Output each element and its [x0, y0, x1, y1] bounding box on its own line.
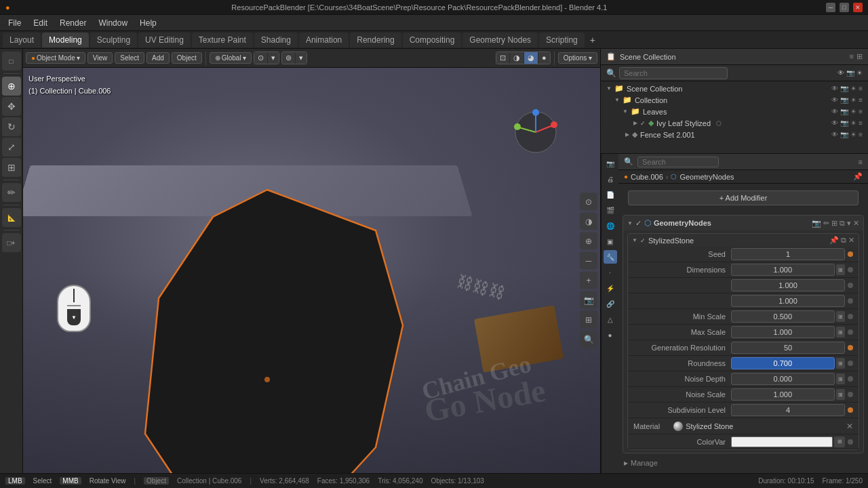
min-scale-input[interactable]	[731, 310, 835, 323]
sub-copy[interactable]: ⧉	[841, 236, 846, 245]
prop-view-layer-icon[interactable]: 📄	[604, 188, 617, 201]
object-menu[interactable]: Object	[172, 52, 202, 64]
roundness-input[interactable]	[731, 357, 835, 369]
options-button[interactable]: Options ▾	[558, 52, 597, 64]
prop-modifier-icon active[interactable]: 🔧	[604, 250, 617, 264]
geo-check-icon[interactable]: ✓	[635, 219, 642, 228]
noise-scale-input[interactable]	[731, 388, 835, 401]
view-menu[interactable]: View	[87, 52, 113, 64]
fence-sun[interactable]: ☀	[850, 131, 856, 138]
geo-camera-icon[interactable]: 📷	[812, 219, 821, 228]
sub-expand[interactable]: ▼	[632, 237, 637, 243]
col-cam[interactable]: 📷	[840, 96, 848, 104]
select-menu[interactable]: Select	[115, 52, 144, 64]
menu-help[interactable]: Help	[134, 17, 162, 29]
tab-uv-editing[interactable]: UV Editing	[138, 33, 191, 47]
outliner-item-leaves[interactable]: ▼ 📁 Leaves 👁 📷 ☀ ≡	[617, 106, 868, 117]
menu-render[interactable]: Render	[54, 17, 92, 29]
fence-filter[interactable]: ≡	[859, 131, 863, 138]
outliner-item-scene-collection[interactable]: ▼ 📁 Scene Collection 👁 📷 ☀ ≡	[601, 83, 868, 94]
max-scale-input[interactable]	[731, 326, 835, 338]
tool-measure[interactable]: 📐	[2, 208, 21, 227]
dim-y-input[interactable]	[731, 279, 845, 291]
geo-expand-triangle[interactable]: ▼	[627, 220, 633, 226]
toggle-overlays[interactable]: ⊙	[580, 193, 597, 211]
subdiv-input[interactable]	[731, 404, 845, 416]
dimensions-input[interactable]	[731, 264, 835, 276]
snap-dropdown[interactable]: ▾	[268, 52, 279, 64]
leaves-cam[interactable]: 📷	[840, 108, 848, 115]
sun-icon[interactable]: ☀	[856, 69, 863, 77]
menu-edit[interactable]: Edit	[28, 17, 53, 29]
ivy-sun[interactable]: ☀	[850, 119, 856, 127]
tab-rendering[interactable]: Rendering	[350, 33, 401, 47]
geo-grid-icon[interactable]: ⊞	[831, 219, 837, 228]
noise-scale-expand[interactable]: ⊞	[836, 389, 845, 400]
breadcrumb-geonodes[interactable]: GeometryNodes	[679, 173, 734, 181]
tab-modeling[interactable]: Modeling	[42, 33, 89, 47]
material-shading[interactable]: ◕	[524, 52, 538, 64]
outliner-search-input[interactable]	[619, 67, 728, 79]
tab-shading[interactable]: Shading	[254, 33, 298, 47]
prop-obj-icon[interactable]: ▣	[604, 235, 617, 248]
rendered-shading[interactable]: ●	[538, 52, 550, 64]
toggle-gizmos[interactable]: ⊕	[580, 232, 597, 250]
ivy-cam[interactable]: 📷	[840, 119, 848, 127]
zoom-in[interactable]: +	[580, 272, 597, 289]
prop-world-icon[interactable]: 🌐	[604, 219, 617, 232]
sc-filter[interactable]: ≡	[859, 85, 863, 92]
geo-down-icon[interactable]: ▾	[847, 219, 851, 228]
dim-z-input[interactable]	[731, 295, 845, 307]
prop-render-icon[interactable]: 📷	[604, 157, 617, 170]
outliner-restrict-icon[interactable]: ⊞	[856, 52, 863, 61]
properties-filter-icon[interactable]: ≡	[859, 158, 863, 166]
tool-annotate[interactable]: ✏	[2, 183, 21, 202]
outliner-filter-icon[interactable]: ≡	[850, 52, 854, 61]
camera-view[interactable]: 📷	[580, 291, 597, 309]
colorvar-swatch[interactable]	[731, 436, 833, 447]
tab-geometry-nodes[interactable]: Geometry Nodes	[462, 33, 538, 47]
geo-copy-icon[interactable]: ⧉	[840, 219, 845, 228]
leaves-sun[interactable]: ☀	[850, 108, 856, 115]
maximize-button[interactable]: □	[840, 3, 849, 12]
close-button[interactable]: ✕	[853, 3, 863, 12]
prop-scene-icon[interactable]: 🎬	[604, 203, 617, 217]
navigation-gizmo[interactable]: X Y Z	[512, 108, 559, 156]
tab-scripting[interactable]: Scripting	[539, 33, 585, 47]
tab-sculpting[interactable]: Sculpting	[90, 33, 137, 47]
add-menu[interactable]: Add	[146, 52, 170, 64]
add-modifier-button[interactable]: + Add Modifier	[628, 190, 859, 205]
prop-obj-data-icon[interactable]: △	[604, 312, 617, 326]
tool-rotate[interactable]: ↻	[2, 117, 21, 136]
camera-icon[interactable]: 📷	[846, 69, 854, 77]
noise-depth-expand[interactable]: ⊞	[836, 373, 845, 384]
dimensions-expand[interactable]: ⊞	[836, 264, 845, 275]
noise-depth-input[interactable]	[731, 373, 835, 385]
max-scale-expand[interactable]: ⊞	[836, 327, 845, 338]
tool-select-box[interactable]: □	[2, 52, 21, 70]
leaves-eye[interactable]: 👁	[831, 108, 838, 115]
tool-cursor[interactable]: ⊕	[2, 77, 21, 96]
toggle-xray[interactable]: ◑	[580, 213, 597, 230]
wireframe-shading[interactable]: ⊡	[496, 52, 509, 64]
fence-cam[interactable]: 📷	[840, 131, 848, 138]
prop-physics-icon[interactable]: ⚡	[604, 281, 617, 295]
sc-sun[interactable]: ☀	[850, 85, 856, 92]
add-workspace-button[interactable]: +	[586, 33, 599, 47]
tool-add-cube[interactable]: □+	[2, 233, 21, 252]
prop-particles-icon[interactable]: ·	[604, 266, 617, 279]
seed-input[interactable]	[731, 248, 845, 260]
sc-eye[interactable]: 👁	[831, 85, 838, 92]
snap-toggle[interactable]: ⊙	[254, 52, 267, 64]
col-filter[interactable]: ≡	[859, 96, 863, 104]
col-eye[interactable]: 👁	[831, 96, 838, 104]
prop-constraints-icon[interactable]: 🔗	[604, 297, 617, 310]
min-scale-expand[interactable]: ⊞	[836, 311, 845, 322]
sc-cam[interactable]: 📷	[840, 85, 848, 92]
colorvar-expand[interactable]: ⊞	[834, 436, 845, 447]
tool-scale[interactable]: ⤢	[2, 138, 21, 157]
snap-cursor[interactable]: ⊞	[580, 311, 597, 329]
outliner-item-collection[interactable]: ▼ 📁 Collection 👁 📷 ☀ ≡	[609, 94, 868, 106]
solid-shading[interactable]: ◑	[510, 52, 524, 64]
manage-row[interactable]: ▶ Manage	[618, 456, 868, 470]
